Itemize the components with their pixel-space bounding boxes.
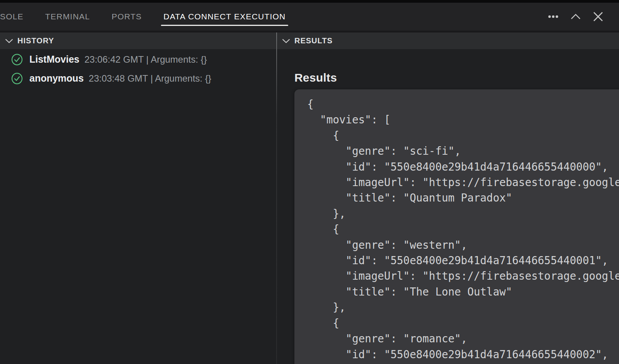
maximize-panel-icon[interactable] [571,12,581,22]
tab-terminal[interactable]: TERMINAL [45,12,90,21]
panel-actions [548,3,603,31]
history-entry-name: anonymous [29,73,84,84]
close-panel-icon[interactable] [593,12,603,22]
history-list: ListMovies 23:06:42 GMT | Arguments: {} … [0,49,276,88]
data-connect-panel: SOLE TERMINAL PORTS DATA CONNECT EXECUTI… [0,0,619,364]
panel-body: HISTORY ListMovies 23:06:42 GMT | Argume… [0,32,619,364]
more-actions-icon[interactable] [548,12,558,22]
success-check-icon [11,73,23,84]
results-pane: RESULTS Results { "movies": [ { "genre":… [277,32,619,364]
results-header-label: RESULTS [294,36,333,45]
results-collapse-chevron-icon[interactable] [282,39,290,43]
history-header: HISTORY [0,32,276,49]
history-row-listmovies[interactable]: ListMovies 23:06:42 GMT | Arguments: {} [0,50,276,69]
results-title: Results [294,71,619,84]
results-json-code: { "movies": [ { "genre": "sci-fi", "id":… [307,96,619,362]
results-header: RESULTS [277,32,619,49]
editor-top-strip [0,0,619,3]
success-check-icon [11,54,23,65]
history-entry-meta: 23:03:48 GMT | Arguments: {} [89,73,211,84]
tab-ports[interactable]: PORTS [112,12,142,21]
history-entry-meta: 23:06:42 GMT | Arguments: {} [84,54,207,65]
history-collapse-chevron-icon[interactable] [5,39,13,43]
tab-console[interactable]: SOLE [0,12,24,21]
tab-data-connect-execution[interactable]: DATA CONNECT EXECUTION [164,12,286,21]
panel-tabbar: SOLE TERMINAL PORTS DATA CONNECT EXECUTI… [0,3,619,31]
history-entry-name: ListMovies [29,54,79,65]
history-row-anonymous[interactable]: anonymous 23:03:48 GMT | Arguments: {} [0,69,276,88]
history-pane: HISTORY ListMovies 23:06:42 GMT | Argume… [0,32,276,364]
history-header-label: HISTORY [17,36,54,45]
results-json-block: { "movies": [ { "genre": "sci-fi", "id":… [294,89,619,364]
results-body: Results { "movies": [ { "genre": "sci-fi… [277,71,619,364]
